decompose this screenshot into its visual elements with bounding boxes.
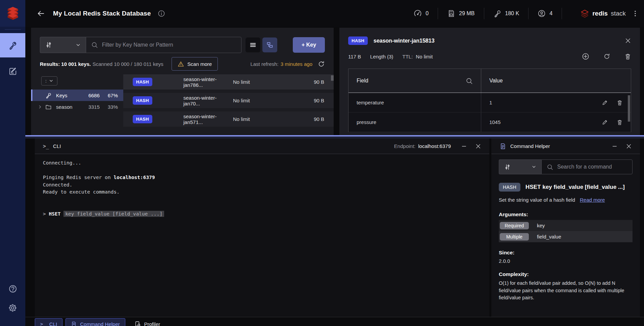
key-size: 90 B xyxy=(301,79,324,85)
tree-view-button[interactable] xyxy=(262,37,277,52)
sidebar-item-help[interactable] xyxy=(0,279,25,298)
key-row[interactable]: HASH season-winter-jan70... No limit 90 … xyxy=(123,93,334,108)
column-field-label[interactable]: Field xyxy=(357,78,368,84)
key-ttl: No limit xyxy=(233,79,301,85)
last-refresh-value: 3 minutes ago xyxy=(281,61,312,67)
terminal-prompt-icon: >_ xyxy=(40,321,46,326)
key-row[interactable]: HASH season-winter-jan571... No limit 90… xyxy=(123,111,334,127)
filter-sliders-icon xyxy=(504,164,511,170)
divider xyxy=(562,8,562,19)
read-more-link[interactable]: Read more xyxy=(580,197,605,203)
close-helper-button[interactable] xyxy=(626,143,632,149)
tab-cli[interactable]: >_ CLI xyxy=(35,318,62,326)
key-type-badge: HASH xyxy=(133,78,152,86)
workbench-icon xyxy=(8,67,17,75)
cli-typed-command: HSET xyxy=(49,211,63,217)
command-syntax: HSET key field_value [field_value ...] xyxy=(525,184,625,191)
ttl-value[interactable]: No limit xyxy=(416,54,433,59)
cli-output[interactable]: Connecting... Pinging Redis server on lo… xyxy=(35,154,489,317)
cli-title: CLI xyxy=(53,143,61,149)
hash-field-row: pressure 1045 xyxy=(349,112,631,132)
close-cli-button[interactable] xyxy=(475,143,481,149)
tab-profiler-label: Profiler xyxy=(144,321,160,326)
hash-field-row: temperature 1 xyxy=(349,93,631,112)
refresh-key-button[interactable] xyxy=(603,53,610,60)
tree-node-keys[interactable]: Keys 6686 67% xyxy=(31,90,123,101)
stat-cpu: 0 xyxy=(414,9,429,18)
memory-card-icon xyxy=(447,9,455,18)
sidebar-item-workbench[interactable] xyxy=(0,59,25,83)
tree-view-icon xyxy=(266,42,273,48)
tab-command-helper[interactable]: Command Helper xyxy=(66,318,125,326)
key-length-value: Length (3) xyxy=(370,54,393,59)
edit-field-button[interactable] xyxy=(602,119,608,125)
brand-redis: redis xyxy=(592,10,608,17)
key-size-value: 117 B xyxy=(348,54,361,59)
key-list-scrollbar[interactable] xyxy=(331,75,334,81)
cli-line: Ready to execute commands. xyxy=(43,189,481,196)
redis-logo[interactable] xyxy=(0,0,25,27)
key-filter-input[interactable] xyxy=(102,42,236,48)
delete-key-button[interactable] xyxy=(624,53,631,60)
edit-field-button[interactable] xyxy=(602,100,608,106)
search-icon xyxy=(547,164,553,170)
search-icon xyxy=(91,42,98,48)
since-value: 2.0.0 xyxy=(499,258,633,264)
key-type-filter-dropdown[interactable] xyxy=(40,37,86,53)
key-name: season-winter-jan786... xyxy=(183,76,233,88)
delimiter-dropdown[interactable]: : xyxy=(41,76,57,85)
minimize-helper-button[interactable] xyxy=(612,143,618,149)
field-search-icon[interactable] xyxy=(466,77,473,84)
since-label: Since: xyxy=(499,250,633,256)
redis-stack-icon xyxy=(580,9,589,18)
refresh-keys-icon[interactable] xyxy=(318,60,325,68)
sidebar-item-settings[interactable] xyxy=(0,298,25,317)
cli-line: Connected. xyxy=(43,181,481,189)
key-size: 90 B xyxy=(301,116,324,122)
key-details-meta: 117 B Length (3) TTL: No limit xyxy=(348,53,631,60)
delete-field-button[interactable] xyxy=(617,119,623,125)
hash-fields-table: Field Value temperature xyxy=(348,69,631,132)
field-value: 1 xyxy=(489,100,492,105)
back-button[interactable] xyxy=(37,9,45,18)
table-scrollbar[interactable] xyxy=(628,95,630,122)
scan-more-button[interactable]: Scan more xyxy=(172,57,218,71)
browser-body: : Keys xyxy=(31,74,334,135)
cli-autocomplete-hint: key field_value [field_value ...] xyxy=(63,211,164,217)
results-row: Results: 10 001 keys. Scanned 10 000 / 1… xyxy=(31,57,334,71)
minimize-cli-button[interactable] xyxy=(461,143,467,149)
list-view-button[interactable] xyxy=(246,37,260,52)
command-search-input[interactable] xyxy=(557,164,627,170)
user-icon xyxy=(538,9,546,18)
command-summary: Set the string value of a hash field xyxy=(499,197,575,203)
column-value-label[interactable]: Value xyxy=(489,78,503,84)
key-list: HASH season-winter-jan786... No limit 90… xyxy=(123,74,334,135)
selected-key-name[interactable]: season-winter-jan15813 xyxy=(373,38,435,44)
sidebar-item-browser[interactable] xyxy=(0,33,25,57)
add-key-button[interactable]: + Key xyxy=(293,37,325,53)
kebab-menu-icon[interactable] xyxy=(633,10,638,17)
gauge-icon xyxy=(414,9,422,18)
browser-panel: + Key Results: 10 001 keys. Scanned 10 0… xyxy=(31,28,334,135)
tab-command-helper-label: Command Helper xyxy=(80,321,120,326)
key-ttl: No limit xyxy=(233,116,301,122)
command-filter-dropdown[interactable] xyxy=(499,159,541,174)
chevron-down-icon xyxy=(76,43,81,48)
cli-prompt-line[interactable]: > HSET key field_value [field_value ...] xyxy=(43,210,481,218)
key-row[interactable]: HASH season-winter-jan786... No limit 90… xyxy=(123,74,334,90)
chevron-right-icon[interactable] xyxy=(38,105,42,109)
key-icon xyxy=(493,9,501,18)
command-search-box xyxy=(541,159,633,174)
info-icon[interactable] xyxy=(158,10,165,17)
tree-node-percent: 33% xyxy=(104,104,118,110)
add-field-button[interactable] xyxy=(582,53,589,60)
key-details-header: HASH season-winter-jan15813 xyxy=(348,36,631,45)
command-helper-title: Command Helper xyxy=(510,143,550,149)
tree-node-season[interactable]: season 3315 33% xyxy=(31,101,123,112)
tab-cli-label: CLI xyxy=(49,321,57,326)
delete-field-button[interactable] xyxy=(617,100,623,106)
tab-profiler[interactable]: Profiler xyxy=(130,318,165,326)
key-name: season-winter-jan571... xyxy=(183,114,233,125)
argument-name: field_value xyxy=(537,234,561,240)
close-details-button[interactable] xyxy=(625,37,631,44)
